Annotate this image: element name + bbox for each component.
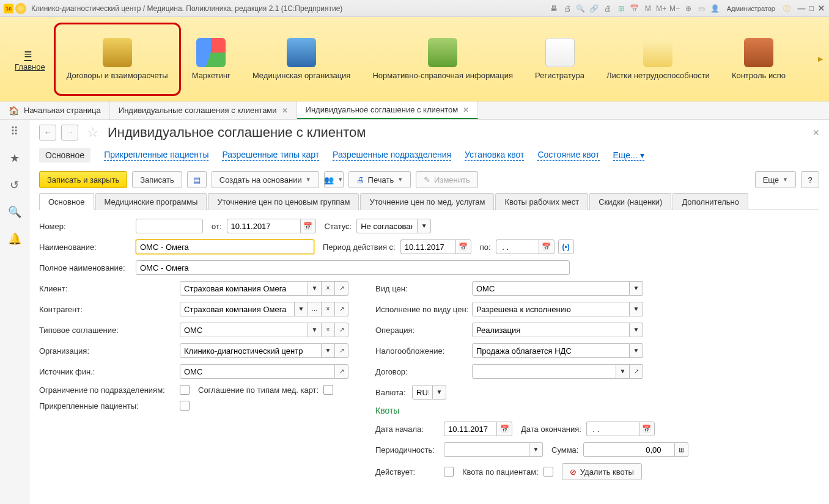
itab-main[interactable]: Основное <box>39 193 94 210</box>
tool-icon[interactable]: 🔍 <box>575 3 586 14</box>
minimize-button[interactable]: — <box>797 4 806 13</box>
edit-button[interactable]: ✎Изменить <box>416 171 478 188</box>
dropdown-button[interactable]: ▼ <box>529 442 543 457</box>
itab-quotas[interactable]: Квоты рабочих мест <box>495 193 588 210</box>
calendar-icon[interactable]: 📅 <box>629 3 640 14</box>
itab-price-groups[interactable]: Уточнение цен по ценовым группам <box>208 193 359 210</box>
back-button[interactable]: ← <box>39 125 56 141</box>
more-button[interactable]: Еще▼ <box>755 171 796 188</box>
print-button[interactable]: 🖨Печать▼ <box>348 171 411 188</box>
dropdown-button[interactable]: ▼ <box>630 302 643 316</box>
tab-agreement[interactable]: Индивидуальное соглашение с клиентом ✕ <box>297 101 479 119</box>
itab-additional[interactable]: Дополнительно <box>672 193 748 210</box>
active-checkbox[interactable] <box>444 467 454 477</box>
section-main[interactable]: Основное <box>39 148 90 163</box>
itab-medprog[interactable]: Медицинские программы <box>95 193 207 210</box>
users-button[interactable]: 👥▼ <box>324 171 344 188</box>
tab-home[interactable]: 🏠 Начальная страница <box>0 101 110 119</box>
quota-start-field[interactable] <box>444 422 496 436</box>
quota-end-field[interactable] <box>586 422 639 436</box>
select-button[interactable]: … <box>308 302 322 316</box>
nav-nsi[interactable]: Нормативно-справочная информация <box>361 23 524 96</box>
nav-main[interactable]: ≡ Главное <box>6 23 54 96</box>
number-field[interactable] <box>136 219 203 233</box>
client-field[interactable] <box>180 281 308 296</box>
section-depts[interactable]: Разрешенные подразделения <box>333 150 451 161</box>
section-cardtypes[interactable]: Разрешенные типы карт <box>222 150 319 161</box>
close-button[interactable]: ✕ <box>817 4 825 13</box>
calendar-button[interactable]: 📅 <box>300 219 316 233</box>
tool-icon[interactable]: 🖨 <box>602 3 613 14</box>
open-button[interactable]: ↗ <box>335 323 348 337</box>
tool-icon[interactable]: 🖶 <box>548 3 559 14</box>
itab-discounts[interactable]: Скидки (наценки) <box>589 193 671 210</box>
finsource-field[interactable] <box>180 364 335 379</box>
operation-field[interactable] <box>472 323 630 337</box>
exec-field[interactable] <box>472 302 630 316</box>
nav-reg[interactable]: Регистратура <box>524 23 595 96</box>
app-circle-icon[interactable] <box>15 3 26 14</box>
delete-quotas-button[interactable]: ⊘Удалить квоты <box>562 463 642 480</box>
history-icon[interactable]: ↺ <box>10 178 19 192</box>
dropdown-button[interactable]: ▼ <box>433 385 446 400</box>
clear-button[interactable]: × <box>322 302 335 316</box>
itab-price-services[interactable]: Уточнение цен по мед. услугам <box>360 193 494 210</box>
calc-icon[interactable]: ⊞ <box>616 3 627 14</box>
patient-quota-checkbox[interactable] <box>543 467 553 477</box>
tax-field[interactable] <box>472 343 630 358</box>
panel-icon[interactable]: ▭ <box>696 3 707 14</box>
user-name[interactable]: Администратор <box>727 5 775 12</box>
typeagree-field[interactable] <box>180 323 308 337</box>
m-minus-icon[interactable]: M− <box>669 3 680 14</box>
open-button[interactable]: ↗ <box>335 302 348 316</box>
m-plus-icon[interactable]: M+ <box>656 3 667 14</box>
forward-button[interactable]: → <box>61 125 78 141</box>
period-special-button[interactable]: (•) <box>558 239 574 254</box>
list-button[interactable]: ▤ <box>187 171 207 188</box>
nav-marketing[interactable]: Маркетинг <box>181 23 241 96</box>
org-field[interactable] <box>180 343 322 358</box>
nav-scroll-right[interactable]: ▶ <box>818 55 823 63</box>
dropdown-button[interactable]: ▼ <box>630 323 643 337</box>
calendar-button[interactable]: 📅 <box>539 239 555 254</box>
open-button[interactable]: ↗ <box>630 364 643 379</box>
dropdown-button[interactable]: ▼ <box>308 323 322 337</box>
from-date-field[interactable] <box>227 219 300 233</box>
section-quota-set[interactable]: Установка квот <box>465 150 524 161</box>
info-icon[interactable]: ⓘ <box>781 3 792 14</box>
currency-field[interactable] <box>412 385 433 400</box>
grid-icon[interactable]: ⠿ <box>10 125 18 138</box>
open-button[interactable]: ↗ <box>335 364 348 379</box>
dropdown-button[interactable]: ▼ <box>295 302 308 316</box>
m-icon[interactable]: M <box>643 3 654 14</box>
clear-button[interactable]: × <box>322 281 335 296</box>
contragent-field[interactable] <box>180 302 295 316</box>
cardagree-checkbox[interactable] <box>323 385 333 395</box>
tab-agreements-list[interactable]: Индивидуальные соглашения с клиентами ✕ <box>110 101 297 119</box>
content-close-icon[interactable]: × <box>812 126 819 139</box>
name-field[interactable] <box>136 239 314 254</box>
zoom-icon[interactable]: ⊕ <box>683 3 694 14</box>
calendar-button[interactable]: 📅 <box>455 239 471 254</box>
periodicity-field[interactable] <box>444 442 529 457</box>
period-from-field[interactable] <box>400 239 455 254</box>
pricetype-field[interactable] <box>472 281 630 296</box>
period-to-field[interactable] <box>496 239 539 254</box>
nav-contracts[interactable]: Договоры и взаиморасчеты <box>54 23 181 96</box>
help-button[interactable]: ? <box>801 171 819 188</box>
open-button[interactable]: ↗ <box>335 343 348 358</box>
calendar-button[interactable]: 📅 <box>639 422 655 436</box>
create-based-button[interactable]: Создать на основании▼ <box>212 171 319 188</box>
tab-close-icon[interactable]: ✕ <box>463 106 469 114</box>
section-more[interactable]: Еще... ▾ <box>613 150 644 161</box>
deptlimit-checkbox[interactable] <box>180 385 190 395</box>
write-close-button[interactable]: Записать и закрыть <box>39 171 127 188</box>
write-button[interactable]: Записать <box>132 171 182 188</box>
dog-field[interactable] <box>472 364 616 379</box>
search-icon[interactable]: 🔍 <box>8 205 21 219</box>
dropdown-button[interactable]: ▼ <box>322 343 335 358</box>
nav-medorg[interactable]: Медицинская организация <box>241 23 362 96</box>
dropdown-button[interactable]: ▼ <box>630 343 643 358</box>
dropdown-button[interactable]: ▼ <box>630 281 643 296</box>
calc-button[interactable]: ⊞ <box>675 442 688 457</box>
